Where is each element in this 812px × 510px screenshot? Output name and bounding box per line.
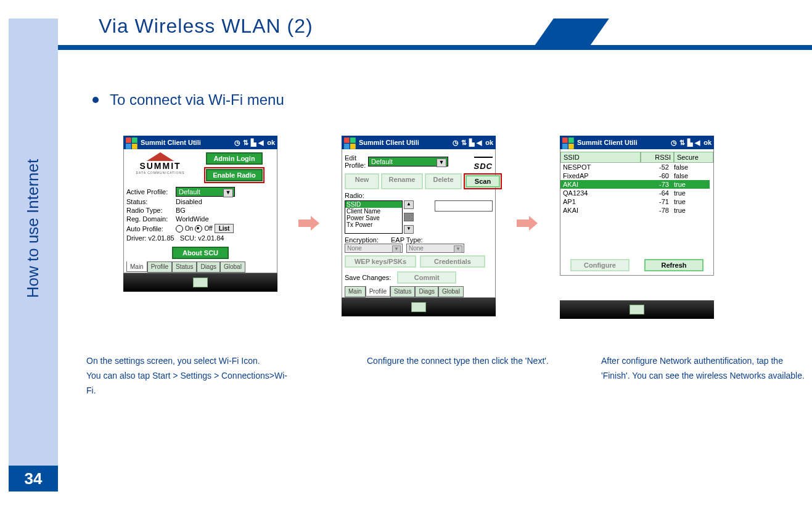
keyboard-icon[interactable] (411, 302, 426, 312)
caption-3: After configure Network authentification… (601, 354, 805, 384)
delete-button[interactable]: Delete (425, 173, 462, 189)
tab-main[interactable]: Main (126, 261, 147, 272)
encryption-select[interactable]: None▼ (345, 244, 403, 253)
s2-soft-key-bar (342, 298, 496, 316)
tab-diags[interactable]: Diags (197, 261, 220, 273)
scan-hdr-rssi[interactable]: RSSI (641, 152, 674, 163)
arrow-right-2-icon (517, 216, 539, 231)
svg-rect-9 (568, 138, 574, 143)
bullet-row: To connect via Wi-Fi menu (92, 91, 284, 109)
regdomain-label: Reg. Domain: (126, 215, 176, 223)
screenshots-row: Summit Client Utili ◷ ⇅ ▙ ◀ ok SUMMIT DA… (123, 136, 802, 333)
windows-start-icon[interactable] (562, 138, 575, 147)
section-title-vertical: How to use Internet (9, 142, 58, 315)
connectivity-icon: ⇅ (243, 139, 248, 147)
scroll-up-icon[interactable]: ▲ (404, 200, 414, 209)
svg-rect-4 (344, 138, 350, 143)
s1-app-title: Summit Client Utili (141, 139, 201, 146)
tab-global[interactable]: Global (220, 261, 245, 273)
section-title-text: How to use Internet (24, 158, 43, 297)
configure-button[interactable]: Configure (570, 259, 630, 271)
scan-row[interactable]: FixedAP-60false (560, 171, 713, 180)
tab-main[interactable]: Main (345, 286, 366, 297)
scan-row[interactable]: NESPOT-52false (560, 163, 713, 171)
chevron-down-icon[interactable]: ▼ (223, 189, 233, 197)
scroll-down-icon[interactable]: ▼ (404, 225, 414, 234)
scrollbar-track[interactable] (404, 213, 414, 221)
scu-value: v2.01.84 (198, 234, 224, 242)
tab-status[interactable]: Status (390, 286, 415, 297)
list-button[interactable]: List (215, 224, 234, 233)
enable-radio-highlight: Enable Radio (204, 167, 265, 183)
list-item-power[interactable]: Power Save (345, 215, 402, 221)
list-item-client[interactable]: Client Name (345, 208, 402, 215)
bullet-text: To connect via Wi-Fi menu (110, 91, 284, 109)
tab-diags[interactable]: Diags (415, 286, 438, 297)
chevron-down-icon[interactable]: ▼ (392, 245, 401, 253)
edit-profile-label: Edit Profile: (345, 154, 368, 169)
chevron-down-icon[interactable]: ▼ (437, 158, 446, 167)
keyboard-icon[interactable] (630, 305, 644, 315)
chevron-down-icon[interactable]: ▼ (454, 245, 462, 253)
screenshot-2: Summit Client Utili ◷ ⇅ ▙ ◀ ok Edit Prof… (342, 136, 496, 316)
tab-status[interactable]: Status (172, 261, 197, 273)
scan-row[interactable]: AKAI-78true (560, 206, 713, 215)
radio-off-label: Off (204, 225, 212, 232)
edit-profile-select[interactable]: Default ▼ (368, 157, 448, 167)
s1-tabs: Main Profile Status Diags Global (126, 261, 274, 273)
keyboard-icon[interactable] (193, 278, 208, 287)
tab-global[interactable]: Global (438, 286, 464, 297)
admin-login-button[interactable]: Admin Login (206, 152, 263, 165)
wep-keys-button[interactable]: WEP keys/PSKs (345, 255, 416, 268)
svg-rect-8 (562, 138, 568, 143)
scan-rows: NESPOT-52falseFixedAP-60falseAKAI-73true… (560, 163, 713, 215)
rename-button[interactable]: Rename (381, 173, 423, 189)
scan-button[interactable]: Scan (465, 175, 500, 187)
credentials-button[interactable]: Credentials (420, 255, 485, 268)
radio-listbox[interactable]: SSID Client Name Power Save Tx Power (345, 200, 403, 234)
eap-select[interactable]: None▼ (406, 244, 464, 253)
scan-row[interactable]: AKAI-73true (560, 180, 713, 189)
arrow-right-1-icon (298, 216, 321, 231)
svg-rect-6 (344, 144, 350, 149)
summit-word: SUMMIT (139, 161, 181, 171)
tab-profile[interactable]: Profile (147, 261, 172, 273)
about-scu-button[interactable]: About SCU (172, 247, 229, 259)
s1-soft-key-bar (123, 273, 277, 292)
svg-rect-5 (350, 138, 356, 143)
scan-hdr-ssid[interactable]: SSID (560, 152, 641, 163)
radio-on-label: On (185, 225, 193, 232)
active-profile-select[interactable]: Default ▼ (176, 187, 235, 197)
autoprofile-radio-on[interactable] (176, 225, 183, 232)
connectivity-icon: ⇅ (461, 139, 467, 147)
eap-value: None (409, 245, 424, 252)
screenshot-1: Summit Client Utili ◷ ⇅ ▙ ◀ ok SUMMIT DA… (123, 136, 277, 292)
clock-icon: ◷ (453, 139, 459, 147)
commit-button[interactable]: Commit (397, 271, 456, 284)
list-item-tx[interactable]: Tx Power (345, 221, 402, 228)
active-profile-label: Active Profile: (126, 188, 176, 195)
ok-button[interactable]: ok (485, 139, 493, 146)
autoprofile-radio-off[interactable] (195, 225, 202, 232)
ok-button[interactable]: ok (703, 139, 712, 146)
list-item-ssid[interactable]: SSID (345, 201, 402, 208)
scan-row[interactable]: QA1234-64true (560, 189, 713, 197)
scan-row[interactable]: AP1-71true (560, 197, 713, 206)
windows-start-icon[interactable] (344, 138, 356, 147)
refresh-button[interactable]: Refresh (644, 259, 703, 271)
scan-hdr-secure[interactable]: Secure (674, 152, 713, 163)
autoprofile-label: Auto Profile: (126, 225, 176, 232)
tab-profile[interactable]: Profile (366, 286, 390, 297)
enable-radio-button[interactable]: Enable Radio (206, 169, 263, 181)
scu-label: SCU: (180, 234, 196, 242)
encryption-label: Encryption: (345, 236, 379, 244)
s3-titlebar: Summit Client Utili ◷ ⇅ ▙ ◀ ok (560, 136, 714, 149)
radio-label: Radio: (345, 192, 364, 199)
ok-button[interactable]: ok (267, 139, 275, 146)
edit-profile-value: Default (371, 158, 393, 165)
ssid-text-field[interactable] (435, 200, 493, 212)
status-value: Disabled (176, 198, 202, 205)
new-button[interactable]: New (345, 173, 379, 189)
caption-1: On the settings screen, you select Wi-Fi… (86, 354, 290, 398)
windows-start-icon[interactable] (126, 138, 138, 147)
